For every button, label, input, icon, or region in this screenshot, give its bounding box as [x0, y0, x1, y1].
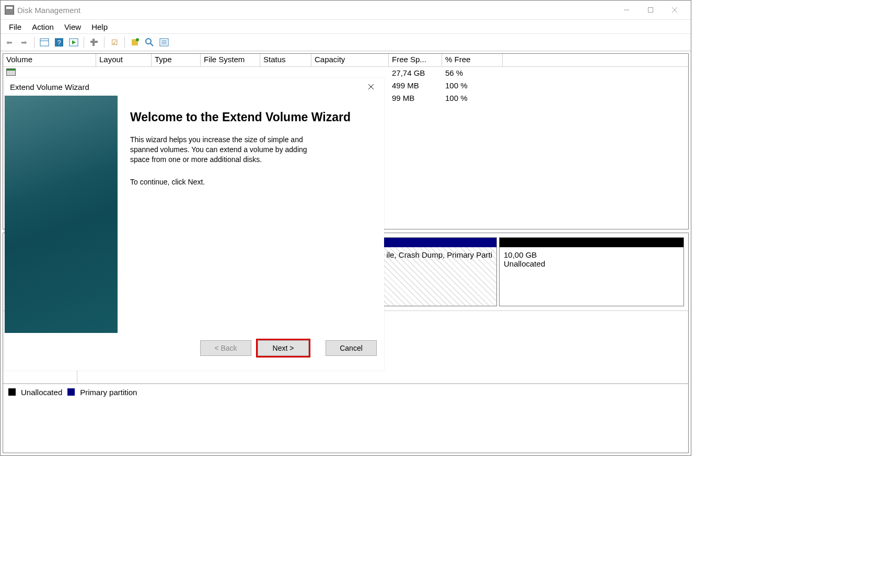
close-button[interactable] — [663, 2, 687, 18]
next-button[interactable]: Next > — [258, 340, 309, 356]
wizard-footer: < Back Next > Cancel — [5, 333, 384, 371]
toolbar: ⬅ ➡ ? ☑ — [1, 33, 691, 51]
legend-swatch-unallocated — [8, 388, 16, 396]
titlebar: Disk Management — [1, 1, 691, 20]
app-icon — [5, 5, 14, 15]
column-header[interactable]: Status — [260, 54, 311, 66]
back-icon[interactable]: ⬅ — [4, 37, 15, 48]
wizard-title: Extend Volume Wizard — [10, 83, 89, 91]
column-header[interactable]: Free Sp... — [389, 54, 442, 66]
help-icon[interactable]: ? — [53, 37, 65, 48]
back-button: < Back — [200, 340, 251, 356]
svg-rect-1 — [648, 8, 653, 13]
window-title: Disk Management — [17, 6, 80, 15]
column-header[interactable]: Type — [152, 54, 201, 66]
search-icon[interactable] — [144, 37, 155, 48]
toolbar-separator — [124, 37, 125, 48]
volume-icon — [6, 68, 16, 76]
svg-point-14 — [146, 39, 151, 44]
view-icon[interactable] — [39, 37, 50, 48]
list-icon[interactable] — [158, 37, 170, 48]
menubar: File Action View Help — [1, 20, 691, 33]
svg-marker-9 — [72, 40, 76, 44]
extend-volume-wizard: Extend Volume Wizard Welcome to the Exte… — [5, 78, 384, 371]
wizard-body: Welcome to the Extend Volume Wizard This… — [5, 96, 384, 333]
toolbar-separator — [84, 37, 84, 48]
svg-point-13 — [136, 38, 139, 41]
wizard-banner — [5, 96, 118, 333]
window-buttons — [615, 2, 687, 18]
forward-icon[interactable]: ➡ — [18, 37, 30, 48]
wizard-titlebar: Extend Volume Wizard — [5, 78, 384, 96]
maximize-button[interactable] — [639, 2, 663, 18]
disk-management-window: Disk Management File Action View Help ⬅ … — [0, 0, 691, 456]
column-header[interactable]: Volume — [3, 54, 96, 66]
svg-line-15 — [150, 43, 153, 46]
wizard-heading: Welcome to the Extend Volume Wizard — [130, 110, 372, 124]
new-icon[interactable] — [129, 37, 141, 48]
legend-label-primary: Primary partition — [80, 388, 137, 397]
toolbar-separator — [34, 37, 34, 48]
legend-label-unallocated: Unallocated — [21, 388, 62, 397]
settings-icon[interactable] — [88, 37, 100, 48]
column-header[interactable]: Layout — [96, 54, 152, 66]
minimize-button[interactable] — [615, 2, 639, 18]
wizard-body-text: This wizard helps you increase the size … — [130, 135, 323, 165]
partition[interactable]: 10,00 GBUnallocated — [499, 237, 684, 306]
column-header[interactable]: % Free — [442, 54, 503, 66]
cancel-button[interactable]: Cancel — [326, 340, 377, 356]
menu-help[interactable]: Help — [86, 21, 113, 32]
menu-action[interactable]: Action — [27, 21, 59, 32]
menu-view[interactable]: View — [59, 21, 86, 32]
wizard-close-button[interactable] — [363, 79, 379, 94]
legend: Unallocated Primary partition — [3, 384, 688, 400]
column-header[interactable]: Capacity — [311, 54, 389, 66]
wizard-main: Welcome to the Extend Volume Wizard This… — [118, 96, 384, 333]
column-header[interactable]: File System — [201, 54, 260, 66]
toolbar-separator — [104, 37, 105, 48]
svg-rect-11 — [90, 41, 98, 43]
volume-list-header: VolumeLayoutTypeFile SystemStatusCapacit… — [3, 54, 688, 67]
svg-text:?: ? — [57, 39, 61, 47]
wizard-continue-text: To continue, click Next. — [130, 177, 372, 187]
menu-file[interactable]: File — [4, 21, 27, 32]
svg-rect-4 — [40, 39, 49, 46]
check-icon[interactable]: ☑ — [109, 37, 120, 48]
view2-icon[interactable] — [68, 37, 79, 48]
legend-swatch-primary — [67, 388, 75, 396]
